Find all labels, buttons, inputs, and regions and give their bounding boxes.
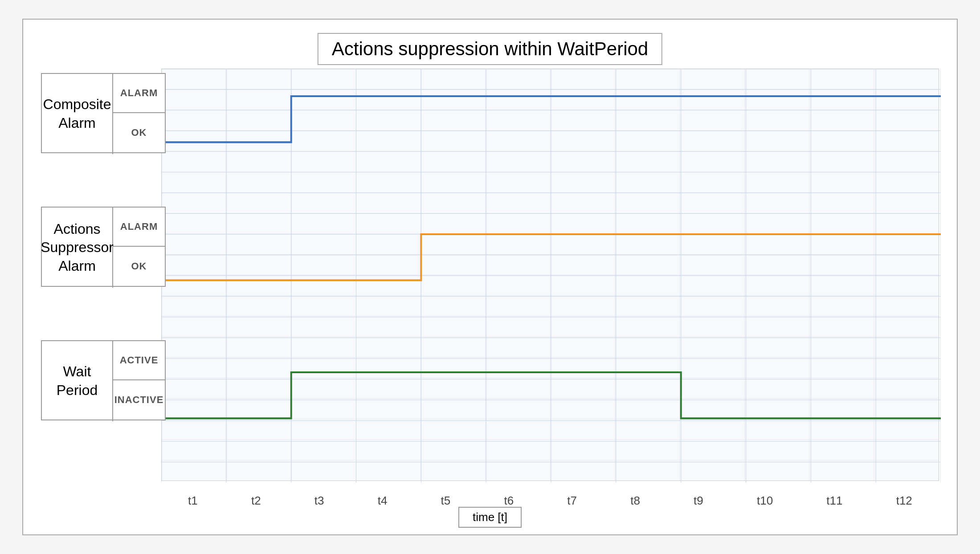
actions-suppressor-state-ok: OK xyxy=(113,247,165,286)
wait-period-panel: WaitPeriod ACTIVE INACTIVE xyxy=(41,340,166,420)
composite-alarm-label: CompositeAlarm xyxy=(42,74,113,154)
tick-t9: t9 xyxy=(694,494,703,508)
composite-alarm-panel: CompositeAlarm ALARM OK xyxy=(41,73,166,153)
tick-t7: t7 xyxy=(567,494,577,508)
timing-diagram-svg xyxy=(161,69,941,483)
actions-suppressor-panel: ActionsSuppressorAlarm ALARM OK xyxy=(41,207,166,287)
time-axis: t1 t2 t3 t4 t5 t6 t7 t8 t9 t10 t11 t12 xyxy=(161,494,939,508)
tick-t11: t11 xyxy=(826,494,842,508)
tick-t12: t12 xyxy=(896,494,912,508)
time-label: time [t] xyxy=(458,507,522,528)
composite-alarm-state-ok: OK xyxy=(113,113,165,152)
tick-t2: t2 xyxy=(251,494,261,508)
tick-t6: t6 xyxy=(504,494,514,508)
composite-alarm-states: ALARM OK xyxy=(113,74,165,152)
actions-suppressor-states: ALARM OK xyxy=(113,208,165,286)
actions-suppressor-label: ActionsSuppressorAlarm xyxy=(42,208,113,288)
wait-period-states: ACTIVE INACTIVE xyxy=(113,341,165,420)
tick-t3: t3 xyxy=(314,494,324,508)
tick-t10: t10 xyxy=(757,494,773,508)
tick-t4: t4 xyxy=(378,494,388,508)
wait-period-state-active: ACTIVE xyxy=(113,341,165,380)
chart-container: Actions suppression within WaitPeriod //… xyxy=(22,19,958,535)
tick-t1: t1 xyxy=(188,494,198,508)
wait-period-state-inactive: INACTIVE xyxy=(113,380,165,420)
tick-t8: t8 xyxy=(630,494,640,508)
actions-suppressor-state-alarm: ALARM xyxy=(113,208,165,247)
tick-t5: t5 xyxy=(441,494,451,508)
composite-alarm-state-alarm: ALARM xyxy=(113,74,165,113)
chart-title: Actions suppression within WaitPeriod xyxy=(318,33,662,65)
wait-period-label: WaitPeriod xyxy=(42,341,113,421)
